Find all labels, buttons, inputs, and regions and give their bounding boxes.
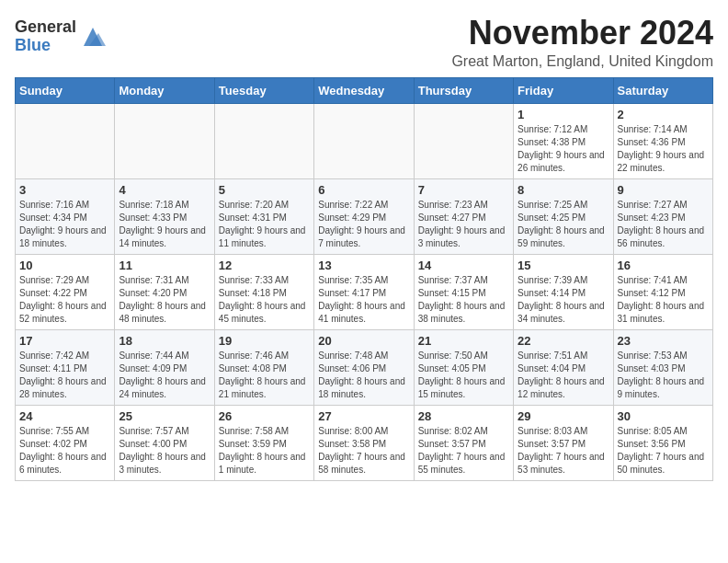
header-monday: Monday [115,77,214,103]
cell-week2-day3: 5Sunrise: 7:20 AM Sunset: 4:31 PM Daylig… [214,178,313,254]
cell-week4-day1: 17Sunrise: 7:42 AM Sunset: 4:11 PM Dayli… [16,329,115,405]
day-info: Sunrise: 7:20 AM Sunset: 4:31 PM Dayligh… [219,199,310,250]
header-thursday: Thursday [414,77,513,103]
cell-week3-day4: 13Sunrise: 7:35 AM Sunset: 4:17 PM Dayli… [314,254,414,329]
cell-week4-day7: 23Sunrise: 7:53 AM Sunset: 4:03 PM Dayli… [613,329,712,405]
day-info: Sunrise: 7:57 AM Sunset: 4:00 PM Dayligh… [119,425,210,477]
cell-week2-day6: 8Sunrise: 7:25 AM Sunset: 4:25 PM Daylig… [514,178,613,254]
day-number: 24 [19,409,110,423]
day-number: 30 [618,409,709,423]
day-info: Sunrise: 7:51 AM Sunset: 4:04 PM Dayligh… [518,350,609,401]
day-info: Sunrise: 7:18 AM Sunset: 4:33 PM Dayligh… [119,199,210,250]
cell-week2-day2: 4Sunrise: 7:18 AM Sunset: 4:33 PM Daylig… [115,178,214,254]
day-number: 15 [518,259,609,272]
day-info: Sunrise: 7:39 AM Sunset: 4:14 PM Dayligh… [518,274,609,326]
header-sunday: Sunday [16,77,115,103]
day-info: Sunrise: 7:33 AM Sunset: 4:18 PM Dayligh… [219,274,310,326]
day-info: Sunrise: 7:41 AM Sunset: 4:12 PM Dayligh… [618,274,709,326]
logo: General Blue [15,18,106,55]
day-number: 18 [119,334,210,348]
day-number: 26 [219,409,310,423]
day-info: Sunrise: 7:58 AM Sunset: 3:59 PM Dayligh… [219,425,310,477]
cell-week1-day5 [414,103,513,178]
cell-week5-day3: 26Sunrise: 7:58 AM Sunset: 3:59 PM Dayli… [214,405,313,480]
day-number: 2 [618,108,709,121]
day-number: 22 [518,334,609,348]
day-info: Sunrise: 7:35 AM Sunset: 4:17 PM Dayligh… [318,274,409,326]
logo-general-text: General [15,18,76,37]
day-number: 21 [418,334,509,348]
cell-week1-day6: 1Sunrise: 7:12 AM Sunset: 4:38 PM Daylig… [514,103,613,178]
cell-week1-day7: 2Sunrise: 7:14 AM Sunset: 4:36 PM Daylig… [613,103,712,178]
day-info: Sunrise: 7:53 AM Sunset: 4:03 PM Dayligh… [618,350,709,401]
cell-week5-day1: 24Sunrise: 7:55 AM Sunset: 4:02 PM Dayli… [16,405,115,480]
day-info: Sunrise: 8:00 AM Sunset: 3:58 PM Dayligh… [318,425,409,477]
day-info: Sunrise: 7:27 AM Sunset: 4:23 PM Dayligh… [618,199,709,250]
day-number: 27 [318,409,409,423]
week-row-1: 1Sunrise: 7:12 AM Sunset: 4:38 PM Daylig… [16,103,713,178]
day-info: Sunrise: 7:12 AM Sunset: 4:38 PM Dayligh… [518,123,609,175]
day-info: Sunrise: 7:23 AM Sunset: 4:27 PM Dayligh… [418,199,509,250]
day-number: 16 [618,259,709,272]
week-row-2: 3Sunrise: 7:16 AM Sunset: 4:34 PM Daylig… [16,178,713,254]
day-number: 10 [19,259,110,272]
cell-week3-day7: 16Sunrise: 7:41 AM Sunset: 4:12 PM Dayli… [613,254,712,329]
cell-week5-day6: 29Sunrise: 8:03 AM Sunset: 3:57 PM Dayli… [514,405,613,480]
cell-week2-day4: 6Sunrise: 7:22 AM Sunset: 4:29 PM Daylig… [314,178,414,254]
day-number: 4 [119,183,210,197]
cell-week3-day3: 12Sunrise: 7:33 AM Sunset: 4:18 PM Dayli… [214,254,313,329]
cell-week3-day1: 10Sunrise: 7:29 AM Sunset: 4:22 PM Dayli… [16,254,115,329]
calendar-body: 1Sunrise: 7:12 AM Sunset: 4:38 PM Daylig… [16,103,713,480]
day-number: 7 [418,183,509,197]
location-title: Great Marton, England, United Kingdom [451,53,713,70]
cell-week4-day2: 18Sunrise: 7:44 AM Sunset: 4:09 PM Dayli… [115,329,214,405]
day-number: 13 [318,259,409,272]
day-number: 14 [418,259,509,272]
cell-week1-day3 [214,103,313,178]
header-wednesday: Wednesday [314,77,414,103]
header-tuesday: Tuesday [214,77,313,103]
cell-week1-day1 [16,103,115,178]
day-number: 8 [518,183,609,197]
cell-week5-day7: 30Sunrise: 8:05 AM Sunset: 3:56 PM Dayli… [613,405,712,480]
day-info: Sunrise: 7:14 AM Sunset: 4:36 PM Dayligh… [618,123,709,175]
day-info: Sunrise: 7:48 AM Sunset: 4:06 PM Dayligh… [318,350,409,401]
cell-week5-day4: 27Sunrise: 8:00 AM Sunset: 3:58 PM Dayli… [314,405,414,480]
cell-week2-day7: 9Sunrise: 7:27 AM Sunset: 4:23 PM Daylig… [613,178,712,254]
day-info: Sunrise: 8:02 AM Sunset: 3:57 PM Dayligh… [418,425,509,477]
header-friday: Friday [514,77,613,103]
logo-icon [80,24,106,50]
day-info: Sunrise: 7:42 AM Sunset: 4:11 PM Dayligh… [19,350,110,401]
day-number: 29 [518,409,609,423]
day-info: Sunrise: 7:44 AM Sunset: 4:09 PM Dayligh… [119,350,210,401]
day-number: 3 [19,183,110,197]
day-number: 5 [219,183,310,197]
cell-week5-day2: 25Sunrise: 7:57 AM Sunset: 4:00 PM Dayli… [115,405,214,480]
day-number: 9 [618,183,709,197]
day-info: Sunrise: 8:03 AM Sunset: 3:57 PM Dayligh… [518,425,609,477]
cell-week4-day6: 22Sunrise: 7:51 AM Sunset: 4:04 PM Dayli… [514,329,613,405]
header-row: SundayMondayTuesdayWednesdayThursdayFrid… [16,77,713,103]
day-info: Sunrise: 7:31 AM Sunset: 4:20 PM Dayligh… [119,274,210,326]
cell-week5-day5: 28Sunrise: 8:02 AM Sunset: 3:57 PM Dayli… [414,405,513,480]
day-number: 20 [318,334,409,348]
day-info: Sunrise: 7:50 AM Sunset: 4:05 PM Dayligh… [418,350,509,401]
day-number: 12 [219,259,310,272]
day-info: Sunrise: 7:25 AM Sunset: 4:25 PM Dayligh… [518,199,609,250]
day-number: 25 [119,409,210,423]
title-block: November 2024 Great Marton, England, Uni… [451,15,713,70]
day-number: 17 [19,334,110,348]
page-header: General Blue November 2024 Great Marton,… [15,15,713,70]
calendar-table: SundayMondayTuesdayWednesdayThursdayFrid… [15,77,713,481]
day-number: 28 [418,409,509,423]
week-row-4: 17Sunrise: 7:42 AM Sunset: 4:11 PM Dayli… [16,329,713,405]
cell-week2-day5: 7Sunrise: 7:23 AM Sunset: 4:27 PM Daylig… [414,178,513,254]
day-info: Sunrise: 7:29 AM Sunset: 4:22 PM Dayligh… [19,274,110,326]
cell-week2-day1: 3Sunrise: 7:16 AM Sunset: 4:34 PM Daylig… [16,178,115,254]
cell-week4-day3: 19Sunrise: 7:46 AM Sunset: 4:08 PM Dayli… [214,329,313,405]
cell-week1-day2 [115,103,214,178]
day-info: Sunrise: 7:46 AM Sunset: 4:08 PM Dayligh… [219,350,310,401]
cell-week4-day5: 21Sunrise: 7:50 AM Sunset: 4:05 PM Dayli… [414,329,513,405]
day-number: 23 [618,334,709,348]
day-info: Sunrise: 7:37 AM Sunset: 4:15 PM Dayligh… [418,274,509,326]
